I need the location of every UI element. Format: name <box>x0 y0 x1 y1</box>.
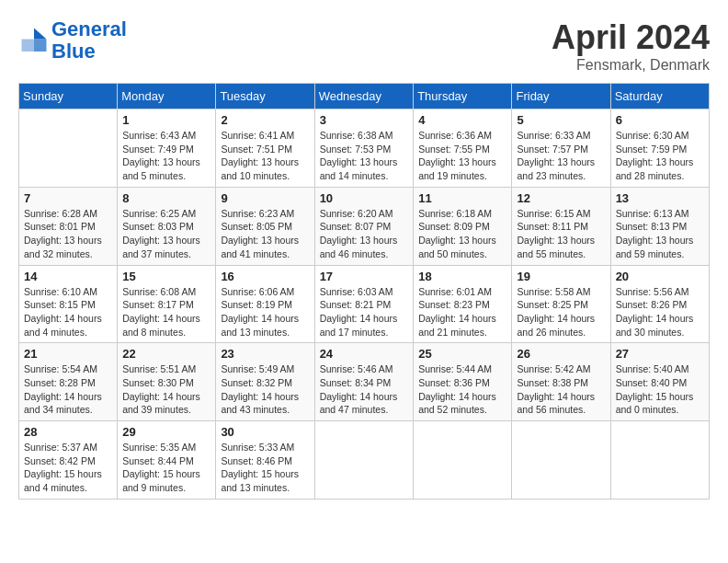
calendar-cell: 2Sunrise: 6:41 AM Sunset: 7:51 PM Daylig… <box>216 109 314 188</box>
calendar-week-3: 14Sunrise: 6:10 AM Sunset: 8:15 PM Dayli… <box>19 265 710 343</box>
day-info: Sunrise: 6:10 AM Sunset: 8:15 PM Dayligh… <box>24 285 112 339</box>
calendar-week-2: 7Sunrise: 6:28 AM Sunset: 8:01 PM Daylig… <box>19 187 710 265</box>
calendar-cell: 16Sunrise: 6:06 AM Sunset: 8:19 PM Dayli… <box>216 265 314 343</box>
day-number: 30 <box>221 425 309 439</box>
calendar-cell <box>414 421 512 500</box>
calendar-week-5: 28Sunrise: 5:37 AM Sunset: 8:42 PM Dayli… <box>19 421 710 500</box>
day-header-sunday: Sunday <box>19 84 118 109</box>
day-info: Sunrise: 6:30 AM Sunset: 7:59 PM Dayligh… <box>616 129 704 183</box>
day-number: 5 <box>517 113 605 127</box>
day-info: Sunrise: 5:58 AM Sunset: 8:25 PM Dayligh… <box>517 285 605 339</box>
day-number: 10 <box>320 191 409 205</box>
day-info: Sunrise: 6:38 AM Sunset: 7:53 PM Dayligh… <box>320 129 409 183</box>
calendar-cell: 24Sunrise: 5:46 AM Sunset: 8:34 PM Dayli… <box>314 343 414 421</box>
day-number: 26 <box>517 347 605 361</box>
day-number: 29 <box>122 425 210 439</box>
svg-marker-0 <box>34 29 47 40</box>
day-number: 18 <box>418 270 506 283</box>
day-info: Sunrise: 6:25 AM Sunset: 8:03 PM Dayligh… <box>122 207 210 261</box>
day-number: 21 <box>24 347 112 361</box>
day-info: Sunrise: 6:06 AM Sunset: 8:19 PM Dayligh… <box>221 285 309 339</box>
day-header-saturday: Saturday <box>610 84 709 109</box>
calendar-cell: 22Sunrise: 5:51 AM Sunset: 8:30 PM Dayli… <box>118 343 216 421</box>
calendar-cell: 13Sunrise: 6:13 AM Sunset: 8:13 PM Dayli… <box>610 187 709 265</box>
calendar-cell: 30Sunrise: 5:33 AM Sunset: 8:46 PM Dayli… <box>216 421 314 500</box>
day-info: Sunrise: 5:42 AM Sunset: 8:38 PM Dayligh… <box>517 362 605 417</box>
day-info: Sunrise: 6:36 AM Sunset: 7:55 PM Dayligh… <box>418 129 506 183</box>
day-number: 6 <box>616 113 704 127</box>
day-info: Sunrise: 5:33 AM Sunset: 8:46 PM Dayligh… <box>221 441 309 495</box>
svg-marker-2 <box>22 40 35 52</box>
calendar-cell: 12Sunrise: 6:15 AM Sunset: 8:11 PM Dayli… <box>512 187 610 265</box>
calendar-cell: 28Sunrise: 5:37 AM Sunset: 8:42 PM Dayli… <box>19 421 118 500</box>
day-number: 11 <box>418 191 506 205</box>
day-header-monday: Monday <box>118 84 216 109</box>
month-title: April 2024 <box>552 18 710 57</box>
day-info: Sunrise: 6:43 AM Sunset: 7:49 PM Dayligh… <box>122 129 210 183</box>
calendar-cell: 29Sunrise: 5:35 AM Sunset: 8:44 PM Dayli… <box>118 421 216 500</box>
day-info: Sunrise: 5:37 AM Sunset: 8:42 PM Dayligh… <box>24 441 112 495</box>
logo-text: General Blue <box>51 18 127 63</box>
calendar-cell: 18Sunrise: 6:01 AM Sunset: 8:23 PM Dayli… <box>414 265 512 343</box>
day-number: 4 <box>418 113 506 127</box>
day-info: Sunrise: 6:01 AM Sunset: 8:23 PM Dayligh… <box>418 285 506 339</box>
calendar-cell: 17Sunrise: 6:03 AM Sunset: 8:21 PM Dayli… <box>314 265 414 343</box>
calendar-cell: 23Sunrise: 5:49 AM Sunset: 8:32 PM Dayli… <box>216 343 314 421</box>
day-number: 19 <box>517 270 605 283</box>
day-number: 23 <box>221 347 309 361</box>
day-info: Sunrise: 6:33 AM Sunset: 7:57 PM Dayligh… <box>517 129 605 183</box>
logo-icon <box>20 27 48 54</box>
day-header-friday: Friday <box>512 84 610 109</box>
day-info: Sunrise: 5:35 AM Sunset: 8:44 PM Dayligh… <box>122 441 210 495</box>
calendar-cell: 7Sunrise: 6:28 AM Sunset: 8:01 PM Daylig… <box>19 187 118 265</box>
calendar-cell: 8Sunrise: 6:25 AM Sunset: 8:03 PM Daylig… <box>118 187 216 265</box>
location-subtitle: Fensmark, Denmark <box>552 57 710 74</box>
calendar-cell: 5Sunrise: 6:33 AM Sunset: 7:57 PM Daylig… <box>512 109 610 188</box>
day-header-tuesday: Tuesday <box>216 84 314 109</box>
day-info: Sunrise: 5:40 AM Sunset: 8:40 PM Dayligh… <box>616 362 704 417</box>
calendar-cell <box>314 421 414 500</box>
calendar-cell: 26Sunrise: 5:42 AM Sunset: 8:38 PM Dayli… <box>512 343 610 421</box>
day-number: 13 <box>616 191 704 205</box>
day-number: 9 <box>221 191 309 205</box>
calendar-cell: 20Sunrise: 5:56 AM Sunset: 8:26 PM Dayli… <box>610 265 709 343</box>
day-number: 8 <box>122 191 210 205</box>
day-number: 24 <box>320 347 409 361</box>
day-number: 3 <box>320 113 409 127</box>
calendar-table: SundayMondayTuesdayWednesdayThursdayFrid… <box>18 83 710 500</box>
day-number: 20 <box>616 270 704 283</box>
calendar-cell: 15Sunrise: 6:08 AM Sunset: 8:17 PM Dayli… <box>118 265 216 343</box>
calendar-cell: 14Sunrise: 6:10 AM Sunset: 8:15 PM Dayli… <box>19 265 118 343</box>
calendar-cell: 10Sunrise: 6:20 AM Sunset: 8:07 PM Dayli… <box>314 187 414 265</box>
page-header: General Blue April 2024 Fensmark, Denmar… <box>18 18 710 74</box>
day-info: Sunrise: 6:15 AM Sunset: 8:11 PM Dayligh… <box>517 207 605 261</box>
calendar-cell: 1Sunrise: 6:43 AM Sunset: 7:49 PM Daylig… <box>118 109 216 188</box>
day-info: Sunrise: 5:49 AM Sunset: 8:32 PM Dayligh… <box>221 362 309 417</box>
calendar-cell: 19Sunrise: 5:58 AM Sunset: 8:25 PM Dayli… <box>512 265 610 343</box>
logo: General Blue <box>18 18 127 63</box>
day-info: Sunrise: 5:46 AM Sunset: 8:34 PM Dayligh… <box>320 362 409 417</box>
day-number: 16 <box>221 270 309 283</box>
day-info: Sunrise: 6:08 AM Sunset: 8:17 PM Dayligh… <box>122 285 210 339</box>
calendar-cell: 11Sunrise: 6:18 AM Sunset: 8:09 PM Dayli… <box>414 187 512 265</box>
day-header-thursday: Thursday <box>414 84 512 109</box>
day-number: 12 <box>517 191 605 205</box>
calendar-cell: 4Sunrise: 6:36 AM Sunset: 7:55 PM Daylig… <box>414 109 512 188</box>
day-info: Sunrise: 5:54 AM Sunset: 8:28 PM Dayligh… <box>24 362 112 417</box>
day-info: Sunrise: 6:23 AM Sunset: 8:05 PM Dayligh… <box>221 207 309 261</box>
day-number: 17 <box>320 270 409 283</box>
calendar-cell: 9Sunrise: 6:23 AM Sunset: 8:05 PM Daylig… <box>216 187 314 265</box>
day-info: Sunrise: 5:56 AM Sunset: 8:26 PM Dayligh… <box>616 285 704 339</box>
day-info: Sunrise: 6:03 AM Sunset: 8:21 PM Dayligh… <box>320 285 409 339</box>
day-info: Sunrise: 5:44 AM Sunset: 8:36 PM Dayligh… <box>418 362 506 417</box>
calendar-cell: 3Sunrise: 6:38 AM Sunset: 7:53 PM Daylig… <box>314 109 414 188</box>
calendar-cell: 6Sunrise: 6:30 AM Sunset: 7:59 PM Daylig… <box>610 109 709 188</box>
title-area: April 2024 Fensmark, Denmark <box>552 18 710 74</box>
day-number: 27 <box>616 347 704 361</box>
calendar-cell: 25Sunrise: 5:44 AM Sunset: 8:36 PM Dayli… <box>414 343 512 421</box>
calendar-cell <box>19 109 118 188</box>
day-info: Sunrise: 6:18 AM Sunset: 8:09 PM Dayligh… <box>418 207 506 261</box>
day-number: 22 <box>122 347 210 361</box>
day-info: Sunrise: 6:20 AM Sunset: 8:07 PM Dayligh… <box>320 207 409 261</box>
day-number: 2 <box>221 113 309 127</box>
